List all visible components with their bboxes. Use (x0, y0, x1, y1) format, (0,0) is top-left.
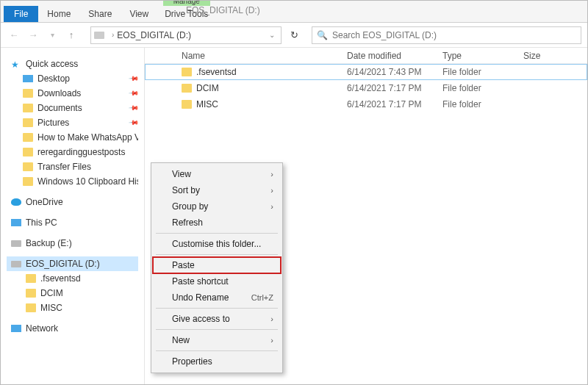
folder-icon (23, 148, 33, 156)
menu-separator (156, 254, 278, 255)
menu-undo-rename[interactable]: Undo RenameCtrl+Z (153, 289, 281, 306)
col-type[interactable]: Type (442, 51, 523, 61)
folder-icon (23, 177, 33, 186)
sidebar-desktop[interactable]: Desktop📌 (7, 71, 138, 86)
sidebar-pictures[interactable]: Pictures📌 (7, 115, 138, 130)
chevron-right-icon: › (270, 336, 273, 345)
menu-view[interactable]: View› (153, 166, 281, 182)
tab-share[interactable]: Share (79, 6, 121, 22)
window-title: EOS_DIGITAL (D:) (186, 5, 260, 15)
drive-icon (94, 32, 104, 39)
sidebar-item-label: This PC (26, 217, 57, 228)
menu-label: Group by (172, 201, 208, 212)
menu-separator (156, 329, 278, 330)
network-icon (11, 325, 21, 332)
sidebar-item-label: Backup (E:) (26, 238, 72, 248)
sidebar-item-folder[interactable]: .fseventsd (7, 271, 138, 286)
cell-type: File folder (442, 99, 523, 109)
menu-paste-shortcut[interactable]: Paste shortcut (153, 273, 281, 289)
chevron-right-icon: › (270, 314, 273, 323)
chevron-right-icon: › (270, 186, 273, 195)
drive-icon (11, 261, 21, 267)
chevron-right-icon: › (112, 31, 114, 39)
sidebar-item-label: OneDrive (26, 197, 63, 207)
sidebar-item-folder[interactable]: How to Make WhatsApp Video Call (7, 130, 138, 145)
sidebar-item-folder[interactable]: reregardingguestposts (7, 145, 138, 159)
menu-separator (156, 308, 278, 309)
navbar: ← → ▾ ↑ › EOS_DIGITAL (D:) ⌄ ↻ 🔍 (1, 23, 587, 48)
sidebar-network[interactable]: Network (7, 321, 138, 336)
breadcrumb[interactable]: EOS_DIGITAL (D:) (117, 30, 191, 40)
sidebar-item-label: DCIM (40, 288, 63, 298)
tab-home[interactable]: Home (38, 6, 79, 22)
search-box[interactable]: 🔍 (312, 26, 581, 44)
menu-sort-by[interactable]: Sort by› (153, 182, 281, 198)
menu-label: New (172, 335, 190, 345)
documents-icon (23, 104, 33, 112)
menu-customise-folder[interactable]: Customise this folder... (153, 236, 281, 252)
nav-forward-button[interactable]: → (26, 28, 40, 43)
menu-give-access-to[interactable]: Give access to› (153, 311, 281, 327)
menu-refresh[interactable]: Refresh (153, 215, 281, 231)
sidebar-item-folder[interactable]: Transfer Files (7, 159, 138, 174)
refresh-button[interactable]: ↻ (290, 29, 298, 40)
sidebar: ★Quick access Desktop📌 Downloads📌 Docume… (1, 48, 144, 384)
menu-paste[interactable]: Paste (153, 257, 281, 273)
cell-date: 6/14/2021 7:43 PM (347, 67, 442, 77)
chevron-down-icon[interactable]: ⌄ (266, 31, 278, 39)
menu-label: Customise this folder... (172, 239, 261, 249)
menu-separator (156, 233, 278, 234)
sidebar-backup-drive[interactable]: Backup (E:) (7, 236, 138, 251)
main-area: ★Quick access Desktop📌 Downloads📌 Docume… (1, 48, 587, 384)
sidebar-item-folder[interactable]: DCIM (7, 286, 138, 301)
sidebar-eos-drive[interactable]: EOS_DIGITAL (D:) (7, 256, 138, 271)
col-size[interactable]: Size (523, 51, 587, 61)
pin-icon: 📌 (129, 73, 138, 84)
sidebar-item-label: reregardingguestposts (37, 147, 125, 157)
cell-date: 6/14/2021 7:17 PM (347, 83, 442, 93)
context-menu: View› Sort by› Group by› Refresh Customi… (151, 162, 283, 373)
address-bar[interactable]: › EOS_DIGITAL (D:) ⌄ (90, 26, 282, 44)
menu-label: Paste shortcut (172, 276, 229, 287)
menu-label: Paste (172, 260, 195, 270)
nav-up-button[interactable]: ↑ (64, 28, 79, 43)
sidebar-item-label: Transfer Files (37, 162, 91, 172)
table-row[interactable]: .fseventsd 6/14/2021 7:43 PM File folder (145, 64, 587, 80)
nav-back-button[interactable]: ← (7, 28, 21, 43)
cell-name: MISC (196, 99, 347, 109)
folder-icon (182, 68, 192, 76)
sidebar-item-folder[interactable]: Windows 10 Clipboard Histo (7, 174, 138, 189)
menu-label: Sort by (172, 185, 200, 195)
folder-icon (26, 303, 36, 312)
nav-recent-button[interactable]: ▾ (45, 28, 60, 43)
sidebar-onedrive[interactable]: OneDrive (7, 195, 138, 209)
folder-icon (26, 289, 36, 298)
sidebar-item-label: Windows 10 Clipboard Histo (37, 176, 138, 187)
menu-group-by[interactable]: Group by› (153, 198, 281, 215)
menu-label: Refresh (172, 217, 203, 228)
col-name[interactable]: Name (182, 51, 347, 61)
col-date-modified[interactable]: Date modified (347, 51, 442, 61)
table-row[interactable]: MISC 6/14/2021 7:17 PM File folder (145, 96, 587, 112)
menu-properties[interactable]: Properties (153, 353, 281, 370)
sidebar-documents[interactable]: Documents📌 (7, 101, 138, 115)
search-icon: 🔍 (317, 30, 328, 40)
tab-file[interactable]: File (4, 6, 38, 22)
menu-new[interactable]: New› (153, 332, 281, 348)
sidebar-quick-access[interactable]: ★Quick access (7, 57, 138, 71)
search-input[interactable] (332, 30, 576, 40)
folder-icon (182, 100, 192, 109)
menu-label: Properties (172, 356, 212, 367)
table-row[interactable]: DCIM 6/14/2021 7:17 PM File folder (145, 80, 587, 96)
sidebar-item-folder[interactable]: MISC (7, 301, 138, 315)
folder-icon (182, 84, 192, 93)
sidebar-downloads[interactable]: Downloads📌 (7, 86, 138, 101)
menu-label: Give access to (172, 314, 230, 324)
sidebar-this-pc[interactable]: This PC (7, 215, 138, 230)
sidebar-item-label: Desktop (37, 73, 70, 84)
tab-view[interactable]: View (121, 6, 157, 22)
sidebar-item-label: .fseventsd (40, 273, 81, 284)
menu-separator (156, 350, 278, 351)
folder-icon (23, 133, 33, 142)
sidebar-item-label: Pictures (37, 118, 69, 128)
